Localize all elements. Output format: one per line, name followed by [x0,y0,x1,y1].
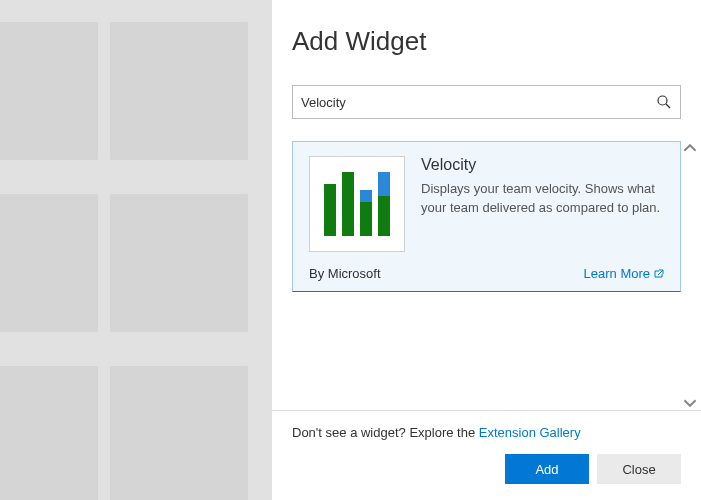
search-field[interactable] [292,85,681,119]
velocity-chart-icon [324,172,390,236]
scroll-up-icon[interactable] [683,141,697,155]
widget-description: Displays your team velocity. Shows what … [421,180,664,218]
dashboard-tile [0,22,98,160]
search-input[interactable] [301,86,656,118]
dashboard-tile [110,366,248,500]
dashboard-tile [110,22,248,160]
close-button[interactable]: Close [597,454,681,484]
results-list: Velocity Displays your team velocity. Sh… [292,141,681,410]
add-widget-panel: Add Widget [272,0,701,500]
svg-line-1 [666,104,670,108]
search-icon [656,94,672,110]
widget-publisher: By Microsoft [309,266,381,281]
footer-prompt: Don't see a widget? Explore the Extensio… [292,425,681,440]
footer-prompt-text: Don't see a widget? Explore the [292,425,479,440]
add-button[interactable]: Add [505,454,589,484]
publisher-prefix: By [309,266,328,281]
dashboard-tile [0,366,98,500]
publisher-name: Microsoft [328,266,381,281]
dashboard-grid-background [0,0,272,500]
learn-more-link[interactable]: Learn More [584,266,664,281]
widget-title: Velocity [421,156,664,174]
learn-more-label: Learn More [584,266,650,281]
scroll-down-icon[interactable] [683,396,697,410]
panel-title: Add Widget [292,26,681,57]
widget-thumbnail [309,156,405,252]
dashboard-tile [0,194,98,332]
panel-footer: Don't see a widget? Explore the Extensio… [272,410,701,500]
scrollbar[interactable] [683,141,699,410]
widget-result-velocity[interactable]: Velocity Displays your team velocity. Sh… [292,141,681,292]
extension-gallery-link[interactable]: Extension Gallery [479,425,581,440]
external-link-icon [654,269,664,279]
svg-point-0 [658,96,667,105]
dashboard-tile [110,194,248,332]
